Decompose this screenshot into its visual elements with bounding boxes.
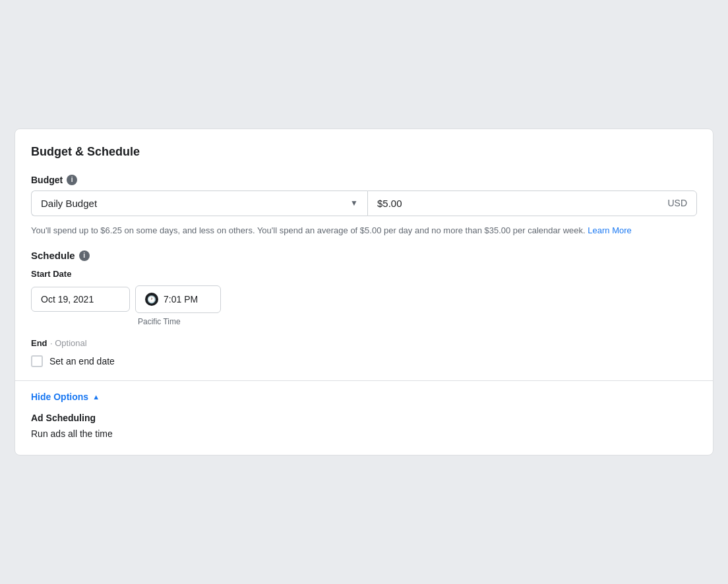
clock-icon: 🕐 xyxy=(145,293,158,306)
start-date-value: Oct 19, 2021 xyxy=(41,294,94,305)
start-time-value: 7:01 PM xyxy=(164,294,198,305)
timezone-label: Pacific Time xyxy=(138,317,697,326)
end-label: End xyxy=(31,338,47,348)
end-optional-label: · Optional xyxy=(50,338,87,348)
chevron-up-icon: ▲ xyxy=(92,393,100,401)
hide-options-row[interactable]: Hide Options ▲ xyxy=(31,392,697,402)
start-date-field[interactable]: Oct 19, 2021 xyxy=(31,287,130,312)
start-date-label: Start Date xyxy=(31,269,697,279)
learn-more-link[interactable]: Learn More xyxy=(588,225,631,235)
section-divider xyxy=(15,380,713,381)
schedule-section-label: Schedule i xyxy=(31,250,697,261)
schedule-info-icon[interactable]: i xyxy=(79,250,90,261)
ad-scheduling-value: Run ads all the time xyxy=(31,428,697,439)
budget-info-icon[interactable]: i xyxy=(67,175,77,185)
hide-options-text: Hide Options xyxy=(31,392,88,402)
budget-schedule-card: Budget & Schedule Budget i Daily Budget … xyxy=(15,129,713,456)
end-date-checkbox-label: Set an end date xyxy=(49,356,115,366)
budget-type-value: Daily Budget xyxy=(41,198,97,209)
start-time-field[interactable]: 🕐 7:01 PM xyxy=(135,285,221,313)
currency-label: USD xyxy=(667,198,687,208)
budget-label: Budget i xyxy=(31,175,697,185)
budget-amount-field: USD xyxy=(367,190,697,216)
end-date-checkbox[interactable] xyxy=(31,355,43,367)
date-time-row: Oct 19, 2021 🕐 7:01 PM xyxy=(31,285,697,313)
budget-label-text: Budget xyxy=(31,175,63,185)
end-date-checkbox-row: Set an end date xyxy=(31,355,697,367)
budget-description-text: You'll spend up to $6.25 on some days, a… xyxy=(31,225,586,235)
budget-amount-input[interactable] xyxy=(377,198,662,209)
section-title: Budget & Schedule xyxy=(31,145,697,159)
budget-type-select[interactable]: Daily Budget ▼ xyxy=(31,190,367,216)
budget-row: Daily Budget ▼ USD xyxy=(31,190,697,216)
end-label-row: End · Optional xyxy=(31,337,697,349)
ad-scheduling-title: Ad Scheduling xyxy=(31,413,697,423)
dropdown-arrow-icon: ▼ xyxy=(350,198,358,208)
budget-description: You'll spend up to $6.25 on some days, a… xyxy=(31,224,697,237)
schedule-label-text: Schedule xyxy=(31,250,75,261)
